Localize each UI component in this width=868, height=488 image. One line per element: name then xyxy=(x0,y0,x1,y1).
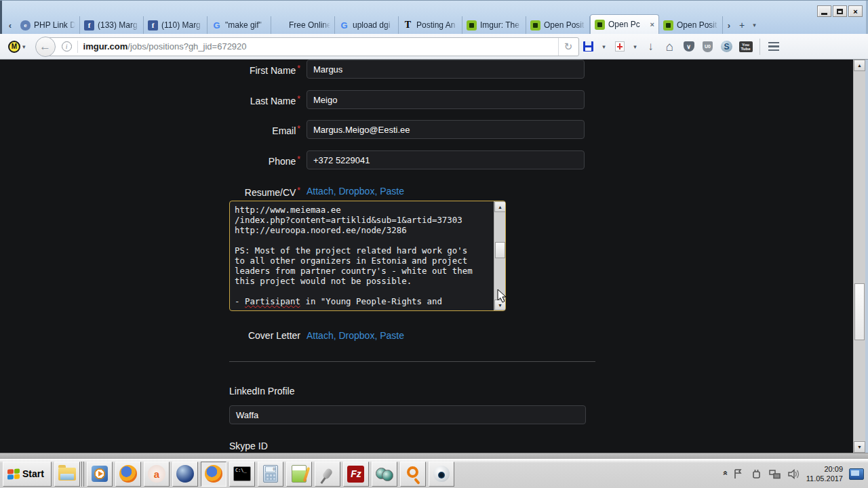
hamburger-icon xyxy=(768,42,779,52)
tab-make-gif[interactable]: G "make gif" xyxy=(208,16,271,34)
php-favicon-icon: e xyxy=(20,20,31,30)
taskbar-eyeball-button[interactable] xyxy=(429,462,454,487)
required-asterisk: * xyxy=(297,64,300,73)
add-healthreport-button[interactable] xyxy=(612,37,628,56)
start-button[interactable]: Start xyxy=(3,462,52,487)
page-scroll-up-icon[interactable]: ▲ xyxy=(854,60,865,71)
linkedin-input[interactable]: Waffa xyxy=(229,405,586,424)
page-scrollbar[interactable]: ▲ ▼ xyxy=(853,60,865,453)
tab-scroll-left-icon[interactable]: ‹ xyxy=(4,16,16,34)
tray-clock[interactable]: 20:09 11.05.2017 xyxy=(806,464,843,483)
taskbar-binoculars-button[interactable] xyxy=(372,462,397,487)
windows-logo-icon xyxy=(7,468,20,479)
email-input[interactable]: Margus.Meigo@Eesti.ee xyxy=(307,120,585,139)
browser-titlebar: × ‹ e PHP Link D f (133) Marg f (110) Ma… xyxy=(0,0,868,34)
label-text: Resume/CV xyxy=(245,187,296,198)
downloads-button[interactable]: ↓ xyxy=(643,37,659,56)
resume-textarea[interactable]: http://www.meiemaa.ee /index.php?content… xyxy=(229,201,506,311)
skype-extension-button[interactable]: S xyxy=(719,37,735,56)
site-info-icon[interactable]: i xyxy=(62,41,72,52)
taskbar-mediaplayer-button[interactable] xyxy=(87,462,113,487)
m-menu-button[interactable]: M ▾ xyxy=(8,41,26,53)
tab-php-link[interactable]: e PHP Link D xyxy=(16,16,80,34)
linkedin-value: Waffa xyxy=(236,410,258,420)
tab-facebook-133[interactable]: f (133) Marg xyxy=(80,16,144,34)
minimize-button[interactable] xyxy=(817,5,831,17)
taskbar-editor-button[interactable] xyxy=(286,462,312,487)
window-bottom-edge xyxy=(0,453,868,459)
mouse-cursor xyxy=(497,289,508,306)
taskbar-calculator-button[interactable] xyxy=(258,462,283,487)
tab-list-dropdown-icon[interactable]: ▾ xyxy=(749,16,760,34)
menu-button[interactable] xyxy=(766,37,782,56)
first-name-value: Margus xyxy=(313,64,342,75)
taskbar-microphone-button[interactable] xyxy=(315,462,340,487)
page-scrollbar-thumb[interactable] xyxy=(854,283,865,340)
ublock-button[interactable]: U0 xyxy=(700,37,716,56)
network-icon[interactable] xyxy=(768,468,781,480)
youtube-extension-button[interactable]: YouTube xyxy=(738,37,754,56)
url-bar[interactable]: i imgur.com/jobs/positions?gh_jid=672920… xyxy=(46,37,579,56)
close-button[interactable]: × xyxy=(848,5,863,17)
tab-posting[interactable]: T Posting An xyxy=(399,16,462,34)
action-center-flag-icon[interactable] xyxy=(733,468,745,480)
first-name-input[interactable]: Margus xyxy=(307,60,585,79)
volume-icon[interactable] xyxy=(787,468,800,480)
scroll-up-icon[interactable]: ▲ xyxy=(494,201,506,212)
tab-label: (110) Marg xyxy=(161,20,203,30)
tab-upload[interactable]: G upload dgi xyxy=(335,16,399,34)
resume-attach-links[interactable]: Attach, Dropbox, Paste xyxy=(307,186,404,197)
save-page-button[interactable] xyxy=(580,37,597,56)
tab-open-positions-2[interactable]: Open Posit xyxy=(659,16,723,34)
back-button[interactable]: ← xyxy=(35,37,56,57)
reload-button[interactable]: ↻ xyxy=(558,38,578,56)
url-text[interactable]: imgur.com/jobs/positions?gh_jid=672920 xyxy=(83,41,247,52)
tab-facebook-110[interactable]: f (110) Marg xyxy=(144,16,208,34)
tab-close-icon[interactable]: × xyxy=(650,20,654,28)
taskbar-filezilla-button[interactable]: Fz xyxy=(343,462,369,487)
taskbar-explorer-group-button[interactable] xyxy=(54,462,80,487)
label-text: Cover Letter xyxy=(248,330,300,341)
tab-scroll-right-icon[interactable]: › xyxy=(723,16,735,34)
m-menu-icon: M xyxy=(8,41,20,53)
tab-imgur-home[interactable]: Imgur: The xyxy=(462,16,526,34)
taskbar-seamonkey-button[interactable] xyxy=(172,462,198,487)
firefox-icon xyxy=(119,465,137,483)
tab-strip: ‹ e PHP Link D f (133) Marg f (110) Marg… xyxy=(4,14,760,34)
close-icon: × xyxy=(853,7,857,16)
tab-open-positions-active[interactable]: Open Pc × xyxy=(590,14,659,34)
binoculars-icon xyxy=(376,468,393,480)
imgur-icon xyxy=(595,20,605,30)
cover-letter-attach-links[interactable]: Attach, Dropbox, Paste xyxy=(307,330,404,341)
imgur-icon xyxy=(663,20,673,30)
save-dropdown-icon[interactable]: ▾ xyxy=(599,37,609,56)
taskbar-firefox-button[interactable] xyxy=(115,462,141,487)
power-plug-icon[interactable] xyxy=(751,468,762,480)
phone-value: +372 5229041 xyxy=(313,155,370,165)
phone-input[interactable]: +372 5229041 xyxy=(307,150,585,169)
taskbar-app-a-button[interactable]: a xyxy=(144,462,170,487)
misspelled-word: Partisipant xyxy=(245,296,300,306)
maximize-button[interactable] xyxy=(833,5,847,17)
folder-icon xyxy=(58,468,76,481)
taskbar-cmd-button[interactable]: C:\_ xyxy=(229,462,255,487)
pocket-button[interactable]: ∨ xyxy=(681,37,697,56)
url-domain: imgur.com xyxy=(83,41,128,52)
hidden-icons-chevron-icon[interactable]: » xyxy=(720,472,730,476)
system-tray: » 20:09 11.05.2017 xyxy=(724,464,867,483)
display-tray-icon[interactable] xyxy=(849,468,864,480)
home-button[interactable]: ⌂ xyxy=(662,37,678,56)
last-name-input[interactable]: Meigo xyxy=(307,90,585,109)
required-asterisk: * xyxy=(297,186,300,195)
taskbar-search-button[interactable] xyxy=(400,462,426,487)
tab-free-online[interactable]: Free Online Ani xyxy=(271,16,335,34)
skype-icon: S xyxy=(721,41,732,52)
tab-open-positions-1[interactable]: Open Posit xyxy=(526,16,590,34)
cross-dropdown-icon[interactable]: ▾ xyxy=(631,37,640,56)
page-scroll-down-icon[interactable]: ▼ xyxy=(854,441,865,453)
new-tab-button[interactable]: + xyxy=(735,16,749,34)
tab-label: Imgur: The xyxy=(480,20,521,30)
scrollbar-thumb[interactable] xyxy=(495,242,505,258)
taskbar-firefox-active-button[interactable] xyxy=(201,462,226,487)
required-asterisk: * xyxy=(297,94,300,104)
